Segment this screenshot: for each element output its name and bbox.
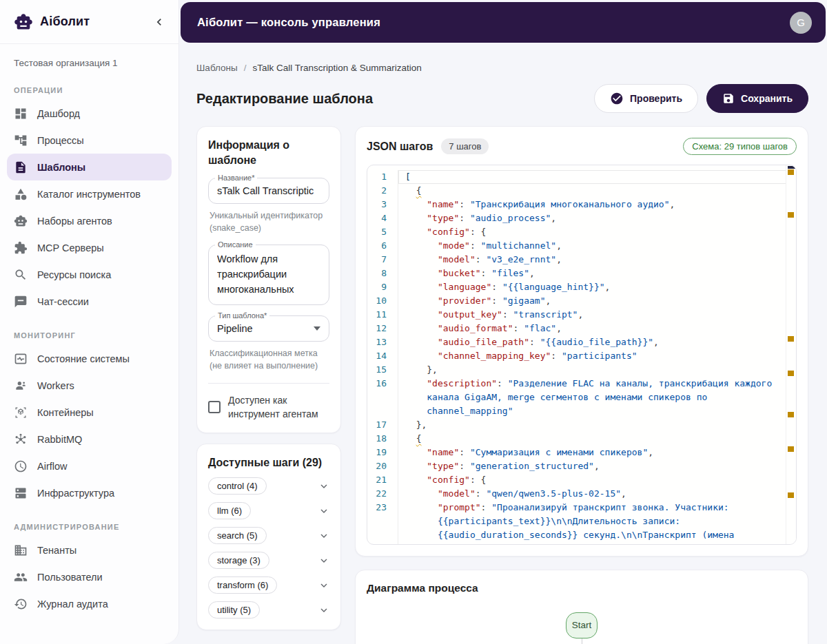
step-group-chip[interactable]: transform (6) (208, 577, 277, 594)
sidebar-item[interactable]: Контейнеры (7, 399, 172, 426)
chevron-down-icon[interactable] (318, 481, 329, 492)
editor-scrollbar[interactable] (786, 165, 796, 544)
sidebar-item-label: Контейнеры (37, 407, 94, 418)
code-line: 23 "prompt": "Проанализируй транскрипт з… (367, 501, 796, 545)
step-group-row: control (4) (208, 477, 329, 495)
code-line: 22 "model": "qwen/qwen3.5-plus-02-15", (367, 487, 796, 501)
divider (208, 383, 329, 384)
agent-tool-checkbox-row[interactable]: Доступен как инструмент агентам (208, 393, 329, 422)
sidebar-item[interactable]: Наборы агентов (7, 207, 172, 234)
sidebar-item[interactable]: Дашборд (7, 100, 172, 127)
type-helper-text: Классификационная метка (не влияет на вы… (210, 347, 328, 372)
step-group-row: llm (6) (208, 502, 329, 519)
step-group-row: transform (6) (208, 577, 329, 594)
main-area: Аіболит — консоль управления G Шаблоны /… (179, 0, 827, 644)
chevron-down-icon[interactable] (318, 555, 329, 566)
sidebar-item[interactable]: Состояние системы (7, 345, 172, 372)
code-editor[interactable]: 1 [ 2 { 3 "name": "Транскрибация многока… (367, 165, 797, 545)
warning-marker (788, 212, 794, 218)
sidebar-item[interactable]: Шаблоны (7, 154, 172, 180)
app-header-title: Аіболит — консоль управления (197, 16, 380, 29)
sidebar-item-label: Чат-сессии (37, 296, 89, 307)
sidebar-item[interactable]: Журнал аудита (7, 590, 172, 617)
dashboard-icon (14, 107, 28, 121)
history-icon (14, 597, 28, 611)
code-line: 7 "model": "v3_e2e_rnnt", (367, 253, 796, 267)
process-diagram-heading: Диаграмма процесса (367, 581, 797, 596)
sidebar-collapse-icon[interactable] (152, 15, 166, 29)
line-number: 11 (367, 308, 398, 322)
step-group-chip[interactable]: control (4) (208, 477, 267, 495)
line-number: 21 (367, 473, 398, 487)
sidebar-item[interactable]: MCP Серверы (7, 234, 172, 261)
line-number: 22 (367, 487, 398, 501)
step-group-row: utility (5) (208, 601, 329, 619)
sidebar-item-label: Шаблоны (37, 162, 85, 173)
sidebar-logo-row: Аіболит (0, 0, 178, 44)
save-icon (722, 92, 735, 105)
warning-marker (788, 492, 794, 498)
step-group-chip[interactable]: search (5) (208, 527, 267, 544)
line-number: 10 (367, 294, 398, 308)
sidebar-item[interactable]: Каталог инструментов (7, 180, 172, 207)
warning-marker (788, 336, 794, 342)
sidebar-item-label: Дашборд (37, 108, 80, 119)
robot-icon (14, 12, 33, 32)
save-button[interactable]: Сохранить (706, 84, 808, 113)
breadcrumb-templates-link[interactable]: Шаблоны (196, 63, 238, 73)
step-group-row: storage (3) (208, 552, 329, 569)
sidebar-item[interactable]: Ресурсы поиска (7, 261, 172, 288)
warning-marker (788, 169, 794, 175)
code-line-content: "bucket": "files", (398, 267, 796, 280)
nav-section: ОПЕРАЦИИ Дашборд Процессы Шаблоны (0, 70, 178, 315)
available-steps-card: Доступные шаги (29) control (4) llm (6) … (196, 444, 341, 631)
sidebar-item[interactable]: Пользователи (7, 563, 172, 590)
chevron-down-icon[interactable] (318, 580, 329, 591)
sidebar-item[interactable]: Workers (7, 372, 172, 399)
sidebar-item[interactable]: Airflow (7, 453, 172, 479)
type-select-label: Тип шаблона* (215, 311, 269, 320)
code-line: 12 "audio_format": "flac", (367, 322, 796, 335)
line-number: 17 (367, 418, 398, 432)
sidebar-item[interactable]: Чат-сессии (7, 288, 172, 315)
people-icon (14, 570, 28, 584)
sidebar: Аіболит Тестовая организация 1 ОПЕРАЦИИ … (0, 0, 179, 644)
json-steps-card: JSON шагов 7 шагов Схема: 29 типов шагов… (355, 126, 808, 557)
sidebar-item-label: Журнал аудита (37, 599, 108, 610)
step-group-chip[interactable]: llm (6) (208, 502, 251, 519)
process-diagram-card: Диаграмма процесса Start (355, 570, 808, 644)
chevron-down-icon[interactable] (318, 530, 329, 541)
step-group-chip[interactable]: storage (3) (208, 552, 269, 569)
description-field-value: Workflow для транскрибации многоканальны… (217, 252, 320, 297)
select-caret-icon (314, 326, 320, 331)
agent-tool-checkbox[interactable] (208, 401, 221, 413)
step-group-chip[interactable]: utility (5) (208, 601, 260, 619)
chevron-down-icon[interactable] (318, 506, 329, 517)
avatar[interactable]: G (790, 12, 812, 34)
schema-badge[interactable]: Схема: 29 типов шагов (683, 138, 797, 155)
robot-icon (14, 214, 28, 228)
code-line-content: "output_key": "transcript", (398, 308, 796, 322)
code-line-content: { (398, 432, 796, 446)
verify-button[interactable]: Проверить (594, 84, 698, 113)
code-line: 9 "language": "{{language_hint}}", (367, 280, 796, 294)
nav-section-label: ОПЕРАЦИИ (0, 70, 178, 100)
start-node[interactable]: Start (566, 612, 598, 638)
sidebar-item[interactable]: RabbitMQ (7, 426, 172, 453)
type-select[interactable]: Тип шаблона* Pipeline (208, 315, 329, 342)
code-line: 20 "type": "generation_structured", (367, 459, 796, 473)
code-line: 4 "type": "audio_process", (367, 211, 796, 225)
chevron-down-icon[interactable] (318, 605, 329, 616)
name-field[interactable]: Название* sTalk Call Transcriptic (208, 178, 329, 204)
template-info-heading: Информация о шаблоне (208, 138, 329, 167)
line-number: 13 (367, 335, 398, 349)
sidebar-item[interactable]: Инфраструктура (7, 479, 172, 506)
description-field[interactable]: Описание Workflow для транскрибации мног… (208, 245, 329, 304)
flow-connector-line (582, 638, 582, 644)
line-number: 19 (367, 446, 398, 459)
sidebar-item[interactable]: Тенанты (7, 537, 172, 563)
code-line: 16 "description": "Разделение FLAC на ка… (367, 377, 796, 418)
sidebar-item[interactable]: Процессы (7, 127, 172, 154)
sidebar-item-label: Workers (37, 380, 74, 391)
sidebar-item-label: Каталог инструментов (37, 189, 141, 200)
